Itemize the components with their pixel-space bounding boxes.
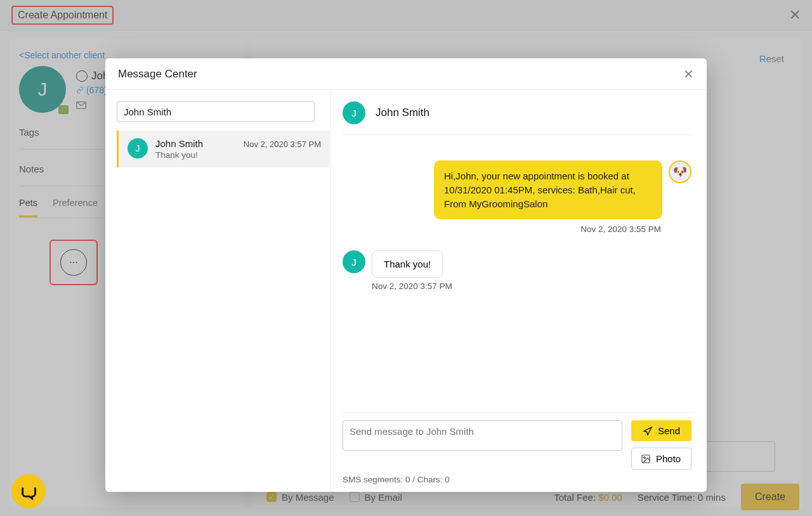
chat-fab[interactable]: [11, 474, 46, 508]
thread-panel: J John Smith Hi,John, your new appointme…: [331, 90, 707, 492]
svg-point-2: [644, 456, 646, 458]
message-bubble-in: Thank you!: [372, 250, 443, 278]
thread-name: John Smith: [376, 106, 429, 119]
message-time-in: Nov 2, 2020 3:57 PM: [372, 281, 691, 291]
chat-icon: [20, 482, 37, 500]
conversation-preview: Thank you!: [155, 150, 321, 160]
sender-avatar-icon: 🐶: [669, 160, 691, 183]
conversation-time: Nov 2, 2020 3:57 PM: [244, 139, 321, 149]
search-input[interactable]: [117, 101, 315, 122]
modal-close-icon[interactable]: ✕: [683, 67, 694, 82]
message-incoming: J Thank you!: [343, 250, 691, 278]
compose-input[interactable]: [343, 420, 622, 451]
send-button[interactable]: Send: [631, 420, 691, 441]
modal-title: Message Center: [118, 68, 197, 81]
conversation-avatar: J: [128, 138, 148, 158]
message-outgoing: Hi,John, your new appointment is booked …: [343, 160, 691, 219]
send-icon: [643, 426, 653, 436]
photo-icon: [641, 454, 651, 464]
thread-avatar: J: [343, 101, 365, 124]
message-avatar-in: J: [343, 250, 365, 273]
message-time-out: Nov 2, 2020 3:55 PM: [343, 224, 661, 234]
sms-info: SMS segments: 0 / Chars: 0: [343, 475, 691, 484]
conversation-item[interactable]: J John Smith Nov 2, 2020 3:57 PM Thank y…: [117, 131, 330, 167]
conversation-list-panel: J John Smith Nov 2, 2020 3:57 PM Thank y…: [105, 90, 331, 492]
message-center-modal: Message Center ✕ J John Smith Nov 2, 202…: [105, 58, 707, 492]
photo-button[interactable]: Photo: [631, 448, 691, 470]
message-bubble-out: Hi,John, your new appointment is booked …: [434, 160, 662, 219]
conversation-name: John Smith: [155, 138, 203, 149]
